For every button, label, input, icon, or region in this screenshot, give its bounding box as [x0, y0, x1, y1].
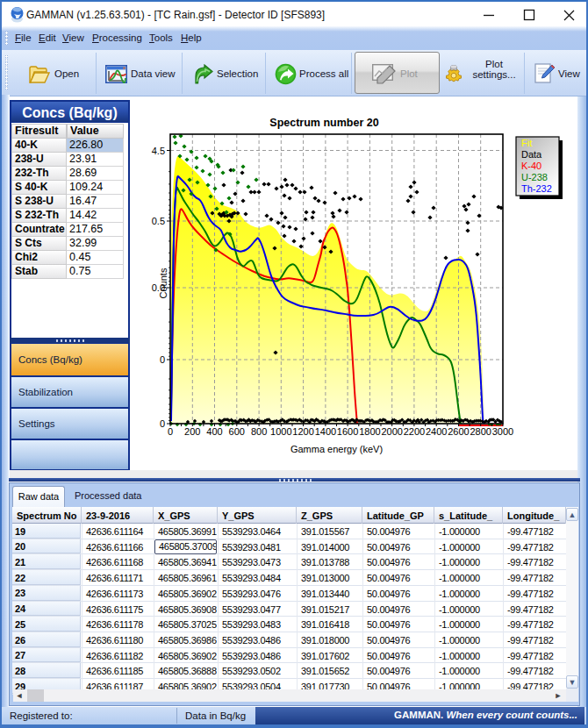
- svg-text:0: 0: [168, 426, 173, 437]
- svg-text:Spectrum number 20: Spectrum number 20: [269, 117, 378, 129]
- svg-text:3000: 3000: [492, 426, 513, 437]
- svg-text:1800: 1800: [359, 426, 380, 437]
- svg-text:Fit: Fit: [521, 138, 532, 148]
- svg-text:K-40: K-40: [521, 161, 541, 171]
- svg-text:2400: 2400: [426, 426, 447, 437]
- svg-text:U-238: U-238: [521, 172, 548, 182]
- svg-text:1200: 1200: [292, 426, 313, 437]
- svg-text:Gamma energy (keV): Gamma energy (keV): [290, 444, 383, 454]
- svg-text:800: 800: [251, 426, 267, 437]
- svg-text:Th-232: Th-232: [521, 183, 552, 194]
- svg-text:4.5: 4.5: [152, 146, 165, 156]
- svg-text:Counts: Counts: [158, 268, 169, 298]
- svg-text:Data: Data: [521, 149, 542, 160]
- svg-text:600: 600: [229, 426, 245, 437]
- svg-text:400: 400: [206, 426, 222, 437]
- svg-text:2000: 2000: [381, 426, 402, 437]
- svg-text:2600: 2600: [448, 426, 469, 437]
- svg-text:1000: 1000: [270, 426, 291, 437]
- svg-text:0: 0: [160, 418, 165, 429]
- svg-text:200: 200: [184, 426, 200, 437]
- svg-text:0.5: 0.5: [152, 216, 165, 226]
- svg-text:2200: 2200: [404, 426, 425, 437]
- svg-text:0: 0: [160, 354, 165, 365]
- svg-text:1400: 1400: [315, 426, 336, 437]
- svg-text:1600: 1600: [337, 426, 358, 437]
- svg-text:2800: 2800: [470, 426, 491, 437]
